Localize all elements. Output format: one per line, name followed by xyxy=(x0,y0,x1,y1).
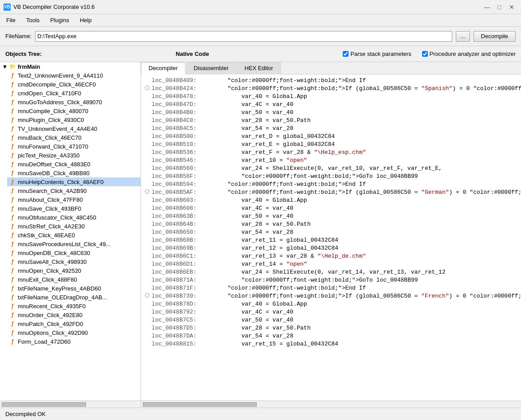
code-content: "color:#0000ff;font-weight:bold;">End If xyxy=(214,285,366,291)
procedure-analyzer-label[interactable]: Procedure analyzer and optimizer xyxy=(422,51,516,57)
tree-item[interactable]: ƒmnuSaveAll_Click_498930 xyxy=(7,257,141,266)
tree-item[interactable]: ƒmnuOpen_Click_492520 xyxy=(7,266,141,275)
code-line: loc_0048B546: var_ret_10 = "open" xyxy=(141,156,521,164)
code-address: loc_0048B6EB: xyxy=(152,269,214,275)
tree-item[interactable]: ƒmnuStrRef_Click_4A2E30 xyxy=(7,222,141,231)
code-line: loc_0048B560: var_24 = ShellExecute(0, v… xyxy=(141,164,521,172)
code-address: loc_0048B7D5: xyxy=(152,325,214,331)
code-address: loc_0048B69B: xyxy=(152,245,214,251)
tree-item[interactable]: ƒmnuOpenDB_Click_48C630 xyxy=(7,248,141,257)
tab-decompiler[interactable]: Decompiler xyxy=(141,63,185,75)
minimize-button[interactable]: — xyxy=(481,2,493,12)
code-line: loc_0048B409: "color:#0000ff;font-weight… xyxy=(141,76,521,84)
code-line: loc_0048B650: var_54 = var_28 xyxy=(141,228,521,236)
tree-item[interactable]: ƒForm_Load_472D60 xyxy=(7,337,141,346)
method-icon: ƒ xyxy=(9,311,16,318)
menu-file[interactable]: File xyxy=(2,15,20,25)
tree-root-item[interactable]: ▼ 📁 frmMain xyxy=(0,62,141,71)
tree-item[interactable]: ƒtxtFileName_KeyPress_4ABD60 xyxy=(7,284,141,293)
code-line: loc_0048B608: var_4C = var_40 xyxy=(141,204,521,212)
code-address: loc_0048B409: xyxy=(152,77,214,84)
procedure-analyzer-checkbox[interactable] xyxy=(422,51,428,57)
tree-item[interactable]: ƒmnuSaveDB_Click_49BB80 xyxy=(7,169,141,177)
maximize-button[interactable]: □ xyxy=(494,2,505,12)
method-icon: ƒ xyxy=(9,187,16,194)
left-panel: ▼ 📁 frmMain ƒText2_UnknownEvent_9_4A4110… xyxy=(0,62,141,408)
code-content: var_54 = var_28 xyxy=(214,229,293,236)
tree-item[interactable]: ƒmnuSearch_Click_4A2B90 xyxy=(7,186,141,195)
tab-disassembler[interactable]: Disassembler xyxy=(186,63,236,75)
menu-plugins[interactable]: Plugins xyxy=(46,15,74,25)
code-hscroll[interactable] xyxy=(141,400,521,408)
code-line: loc_0048B792: var_4C = var_40 xyxy=(141,308,521,316)
tree-item[interactable]: ƒText2_UnknownEvent_9_4A4110 xyxy=(7,71,141,80)
code-address: loc_0048B608: xyxy=(152,205,214,212)
code-line: loc_0048B7C5: var_50 = var_40 xyxy=(141,316,521,324)
method-icon: ƒ xyxy=(9,240,16,247)
tree-item[interactable]: ƒcmdOpen_Click_4710F0 xyxy=(7,89,141,98)
decompile-button[interactable]: Decompile xyxy=(474,31,516,42)
code-content: var_28 = var_50.Path xyxy=(214,221,310,228)
tabs: Decompiler Disassembler HEX Editor xyxy=(141,62,521,75)
circle-marker xyxy=(145,293,149,298)
tree-item[interactable]: ƒTV_UnknownEvent_4_4A4E40 xyxy=(7,124,141,133)
code-address: loc_0048B6C1: xyxy=(152,253,214,259)
code-address: loc_0048B792: xyxy=(152,309,214,315)
options-bar: Objects Tree: Native Code Parse stack pa… xyxy=(0,46,521,62)
code-line: loc_0048B64B: var_28 = var_50.Path xyxy=(141,220,521,228)
method-icon: ƒ xyxy=(9,320,16,327)
options-right: Parse stack parameters Procedure analyze… xyxy=(343,51,516,57)
method-icon: ƒ xyxy=(9,125,16,132)
code-address: loc_0048B5AF: xyxy=(152,189,214,196)
tab-hex-editor[interactable]: HEX Editor xyxy=(237,63,281,75)
code-line: loc_0048B47D: var_4C = var_40 xyxy=(141,100,521,108)
tree-item[interactable]: ƒcmdDecompile_Click_46ECF0 xyxy=(7,80,141,89)
code-content: var_ret_E = global_00432C84 xyxy=(214,141,335,148)
code-content: var_50 = var_40 xyxy=(214,317,293,323)
tree-item[interactable]: ƒmnuBack_Click_46EC70 xyxy=(7,133,141,142)
tree-item[interactable]: ƒmnuAbout_Click_47FF80 xyxy=(7,195,141,204)
tree-item[interactable]: ƒmnuPlugin_Click_4930C0 xyxy=(7,115,141,124)
tree-item[interactable]: ƒmnuPatch_Click_492FD0 xyxy=(7,319,141,328)
tree-item[interactable]: ƒmnuForward_Click_471070 xyxy=(7,142,141,151)
menu-help[interactable]: Help xyxy=(75,15,96,25)
parse-stack-checkbox[interactable] xyxy=(343,51,349,57)
tree-item[interactable]: ƒmnuGoToAddress_Click_489070 xyxy=(7,98,141,106)
tree-item[interactable]: ƒmnuExit_Click_488F80 xyxy=(7,275,141,284)
tree-item[interactable]: ƒpicText_Resize_4A3350 xyxy=(7,151,141,160)
tree-item[interactable]: ƒmnuCompile_Click_480070 xyxy=(7,106,141,115)
code-address: loc_0048B510: xyxy=(152,141,214,148)
tree-hscroll[interactable] xyxy=(0,400,141,408)
menu-tools[interactable]: Tools xyxy=(22,15,44,25)
tree-item[interactable]: ƒmnuSave_Click_493BF0 xyxy=(7,204,141,213)
code-line: loc_0048B4C5: var_54 = var_28 xyxy=(141,124,521,132)
method-icon: ƒ xyxy=(9,258,16,265)
filename-input[interactable] xyxy=(35,31,452,42)
line-marker xyxy=(143,189,152,195)
tree-container[interactable]: ▼ 📁 frmMain ƒText2_UnknownEvent_9_4A4110… xyxy=(0,62,141,400)
tree-item[interactable]: ƒmnuObfuscator_Click_48C450 xyxy=(7,213,141,222)
tree-item[interactable]: ƒmnuHelpContents_Click_48AEF0 xyxy=(7,177,141,186)
tree-item[interactable]: ƒchkStk_Click_46EAE0 xyxy=(7,231,141,239)
tree-item[interactable]: ƒtxtFileName_OLEDragDrop_4AB... xyxy=(7,293,141,302)
tree-item[interactable]: ƒmnuRecent_Click_4935F0 xyxy=(7,302,141,310)
method-icon: ƒ xyxy=(9,329,16,336)
code-line: loc_0048B63B: var_50 = var_40 xyxy=(141,212,521,220)
code-line: loc_0048B6D1: var_ret_14 = "open" xyxy=(141,260,521,268)
close-button[interactable]: ✕ xyxy=(506,2,517,12)
code-address: loc_0048B650: xyxy=(152,229,214,236)
method-icon: ƒ xyxy=(9,302,16,310)
code-content: var_ret_F = var_28 & "\Help_esp.chm" xyxy=(214,149,366,156)
code-line: loc_0048B6C1: var_ret_13 = var_28 & "\He… xyxy=(141,252,521,260)
tree-item[interactable]: ƒmnuSaveProceduresList_Click_49... xyxy=(7,239,141,248)
tree-item[interactable]: ƒmnuOrder_Click_492E80 xyxy=(7,310,141,319)
tree-item[interactable]: ƒmnuDeOffset_Click_4883E0 xyxy=(7,160,141,169)
code-area[interactable]: loc_0048B409: "color:#0000ff;font-weight… xyxy=(141,75,521,400)
filename-label: FileName: xyxy=(5,33,31,39)
code-address: loc_0048B739: xyxy=(152,293,214,299)
tree-item[interactable]: ƒmnuOptions_Click_492D90 xyxy=(7,328,141,337)
method-icon: ƒ xyxy=(9,134,16,141)
parse-stack-label[interactable]: Parse stack parameters xyxy=(343,51,411,57)
code-line: loc_0048B78D: var_40 = Global.App xyxy=(141,300,521,308)
browse-button[interactable]: ... xyxy=(456,31,470,42)
